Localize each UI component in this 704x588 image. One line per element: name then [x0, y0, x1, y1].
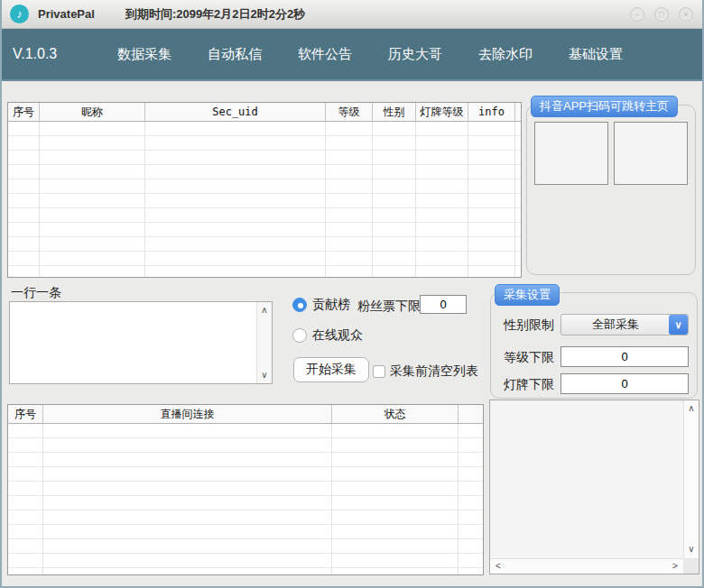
online-viewers-label: 在线观众 [312, 327, 363, 344]
scroll-right-icon[interactable]: > [669, 559, 681, 574]
links-textarea-container: ∧ ∨ [9, 301, 273, 384]
scroll-down-icon[interactable]: ∨ [684, 543, 699, 556]
live-room-table-header: 序号直播间连接状态 [8, 405, 483, 424]
user-table-header: 序号昵称Sec_uid等级性别灯牌等级info [8, 103, 521, 122]
nav-menu: 数据采集自动私信软件公告历史大哥去除水印基础设置 [117, 46, 623, 63]
nav-menu-item[interactable]: 自动私信 [208, 46, 262, 63]
qr-panel-title-badge: 抖音APP扫码可跳转主页 [531, 96, 678, 117]
minimize-button[interactable]: − [630, 7, 644, 22]
start-collect-button[interactable]: 开始采集 [293, 357, 369, 382]
table-body-column [40, 122, 145, 277]
user-table-column-header[interactable]: 等级 [326, 103, 373, 121]
radio-unselected-icon[interactable] [292, 328, 307, 343]
online-viewers-radio[interactable]: 在线观众 [292, 327, 363, 344]
log-vertical-scrollbar[interactable]: ∧ ∨ [683, 400, 699, 557]
live-room-column-header[interactable]: 状态 [332, 405, 459, 423]
table-body-column [145, 122, 326, 277]
scroll-down-icon[interactable]: ∨ [257, 369, 272, 381]
clear-before-collect-checkbox[interactable] [373, 365, 385, 378]
table-body-column [326, 122, 373, 277]
collect-settings-panel: 采集设置 性别限制 全部采集 ∨ 等级下限 灯牌下限 [490, 292, 698, 399]
radio-selected-icon[interactable] [292, 298, 307, 312]
user-table-column-header[interactable]: 性别 [373, 103, 416, 121]
expiry-time-text: 到期时间:2099年2月2日2时2分2秒 [125, 6, 305, 23]
nav-bar: V.1.0.3 数据采集自动私信软件公告历史大哥去除水印基础设置 [0, 29, 704, 81]
badge-min-row: 灯牌下限 [491, 373, 697, 395]
contribution-rank-radio[interactable]: 贡献榜 [292, 297, 350, 313]
qr-code-box-1 [534, 122, 608, 185]
gender-limit-value: 全部采集 [561, 315, 670, 335]
scrollbar-corner [683, 558, 699, 574]
app-title: PrivatePal [38, 7, 95, 21]
contribution-rank-label: 贡献榜 [312, 297, 350, 313]
links-textarea[interactable] [10, 302, 255, 383]
live-room-column-header[interactable]: 序号 [8, 405, 43, 423]
close-button[interactable]: × [679, 7, 693, 22]
log-horizontal-scrollbar[interactable]: < > [490, 558, 683, 574]
version-label: V.1.0.3 [13, 46, 85, 62]
qr-panel: 抖音APP扫码可跳转主页 [526, 105, 696, 275]
nav-menu-item[interactable]: 软件公告 [298, 46, 352, 63]
table-body-column [43, 424, 332, 574]
title-bar: ♪ PrivatePal 到期时间:2099年2月2日2时2分2秒 − □ × [0, 0, 704, 29]
textarea-vertical-scrollbar[interactable]: ∧ ∨ [256, 302, 272, 383]
gender-limit-dropdown[interactable]: 全部采集 ∨ [560, 314, 689, 335]
level-min-row: 等级下限 [491, 346, 697, 368]
table-body-column [373, 122, 416, 277]
user-table-body[interactable] [8, 122, 521, 277]
table-body-column [8, 424, 43, 574]
nav-menu-item[interactable]: 历史大哥 [388, 46, 442, 63]
badge-min-label: 灯牌下限 [504, 377, 554, 393]
chevron-down-icon[interactable]: ∨ [669, 315, 688, 335]
fan-ticket-min-label: 粉丝票下限 [357, 299, 421, 315]
scroll-up-icon[interactable]: ∧ [684, 402, 699, 415]
qr-code-box-2 [614, 122, 688, 185]
app-window: ♪ PrivatePal 到期时间:2099年2月2日2时2分2秒 − □ × … [0, 0, 704, 588]
table-body-column [416, 122, 468, 277]
scroll-left-icon[interactable]: < [492, 559, 505, 574]
table-body-column [8, 122, 40, 277]
nav-menu-item[interactable]: 基础设置 [569, 46, 623, 63]
level-min-label: 等级下限 [504, 350, 554, 366]
level-min-input[interactable] [560, 346, 689, 367]
nav-menu-item[interactable]: 数据采集 [117, 46, 171, 63]
gender-limit-label: 性别限制 [504, 317, 554, 334]
user-table-column-header[interactable]: 昵称 [40, 103, 145, 121]
log-panel[interactable]: ∧ ∨ < > [489, 400, 699, 574]
live-room-table: 序号直播间连接状态 [7, 404, 484, 575]
one-per-line-label: 一行一条 [11, 285, 61, 301]
clear-before-collect-label: 采集前清空列表 [390, 363, 478, 380]
scroll-up-icon[interactable]: ∧ [257, 304, 272, 317]
table-body-column [468, 122, 515, 277]
gender-limit-row: 性别限制 全部采集 ∨ [491, 314, 697, 335]
maximize-button[interactable]: □ [654, 7, 669, 22]
user-table-column-header[interactable]: Sec_uid [145, 103, 326, 121]
live-room-table-body[interactable] [8, 424, 483, 574]
user-data-table: 序号昵称Sec_uid等级性别灯牌等级info [7, 102, 522, 278]
window-controls: − □ × [630, 7, 693, 22]
fan-ticket-min-input[interactable] [420, 295, 467, 314]
table-body-column [332, 424, 459, 574]
nav-menu-item[interactable]: 去除水印 [478, 46, 533, 63]
collect-settings-title-badge: 采集设置 [495, 284, 560, 306]
live-room-column-header[interactable]: 直播间连接 [43, 405, 332, 423]
clear-before-collect-row: 采集前清空列表 [373, 363, 478, 380]
user-table-column-header[interactable]: 灯牌等级 [416, 103, 468, 121]
user-table-column-header[interactable]: info [468, 103, 515, 121]
app-logo-music-note-icon: ♪ [10, 5, 29, 23]
user-table-column-header[interactable]: 序号 [8, 103, 40, 121]
badge-min-input[interactable] [560, 373, 689, 394]
